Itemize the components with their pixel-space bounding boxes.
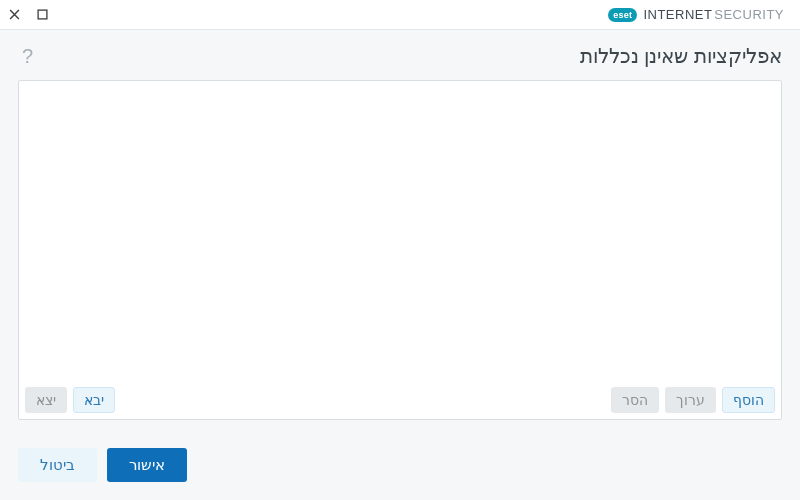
list-actions-primary: הוסף ערוך הסר — [611, 387, 775, 413]
header-row: אפליקציות שאינן נכללות ? — [18, 44, 782, 68]
export-button: יצא — [25, 387, 67, 413]
excluded-apps-list[interactable] — [19, 81, 781, 381]
cancel-button[interactable]: ביטול — [18, 448, 97, 482]
close-icon — [9, 9, 20, 20]
list-panel: הוסף ערוך הסר יבא יצא — [18, 80, 782, 420]
svg-rect-0 — [38, 10, 47, 19]
brand: eset INTERNET SECURITY — [608, 7, 794, 22]
ok-button[interactable]: אישור — [107, 448, 187, 482]
remove-button: הסר — [611, 387, 659, 413]
window-controls — [0, 0, 56, 30]
brand-name-1: INTERNET — [643, 7, 712, 22]
add-button[interactable]: הוסף — [722, 387, 775, 413]
help-icon[interactable]: ? — [18, 45, 37, 68]
brand-badge: eset — [608, 8, 637, 22]
list-actions: הוסף ערוך הסר יבא יצא — [19, 381, 781, 419]
brand-name-2: SECURITY — [714, 7, 784, 22]
page-title: אפליקציות שאינן נכללות — [580, 44, 782, 68]
content-area: אפליקציות שאינן נכללות ? הוסף ערוך הסר י… — [0, 30, 800, 500]
brand-text: INTERNET SECURITY — [643, 7, 784, 22]
titlebar: eset INTERNET SECURITY — [0, 0, 800, 30]
list-actions-io: יבא יצא — [25, 387, 115, 413]
edit-button: ערוך — [665, 387, 716, 413]
dialog-footer: אישור ביטול — [18, 420, 782, 482]
maximize-icon — [37, 9, 48, 20]
import-button[interactable]: יבא — [73, 387, 115, 413]
close-button[interactable] — [0, 0, 28, 30]
maximize-button[interactable] — [28, 0, 56, 30]
